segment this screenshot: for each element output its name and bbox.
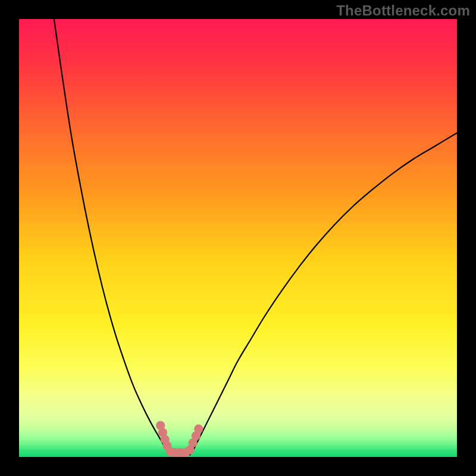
watermark-text: TheBottleneck.com xyxy=(336,2,470,19)
marker-dot xyxy=(194,424,203,433)
chart-frame: TheBottleneck.com xyxy=(0,0,476,476)
chart-svg xyxy=(19,19,457,457)
gradient-background xyxy=(19,19,457,457)
plot-area xyxy=(19,19,457,457)
